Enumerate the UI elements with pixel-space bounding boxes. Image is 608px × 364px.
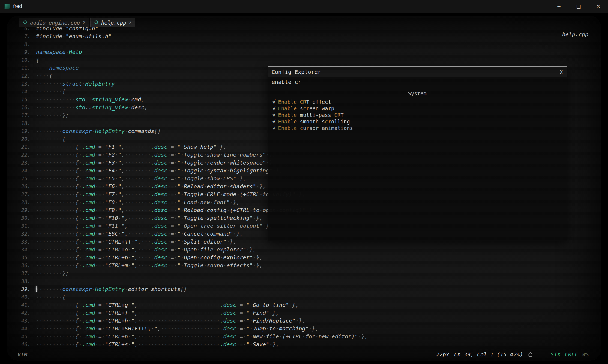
checkmark-icon: √: [272, 125, 275, 131]
minimize-button[interactable]: ─: [549, 0, 569, 13]
line-number: 18.: [11, 119, 36, 127]
code-line[interactable]: 35.············{·.cmd·=·"CTRL+p·",····.d…: [11, 254, 601, 262]
checkmark-icon: √: [272, 119, 275, 125]
config-item-label: Enable cursor animations: [278, 125, 353, 131]
config-item[interactable]: √Enable cursor animations: [270, 125, 564, 131]
code-line[interactable]: 8.: [11, 40, 601, 48]
config-item-label: Enable multi-pass CRT: [278, 112, 343, 118]
line-number: 37.: [11, 269, 36, 277]
tab-label: help.cpp: [101, 20, 126, 26]
status-flag-ws: WS: [582, 351, 589, 358]
cpp-file-icon: [94, 20, 99, 25]
line-number: 42.: [11, 309, 36, 317]
tab-close-icon[interactable]: X: [83, 20, 85, 25]
line-number: 13.: [11, 80, 36, 88]
crt-screen: 6.#include·"config.h"7.#include·"enum-ut…: [7, 16, 601, 361]
tab-label: audio-engine.cpp: [30, 20, 80, 26]
config-list-panel: System √Enable CRT effect√Enable screen …: [270, 89, 564, 238]
code-line[interactable]: 37.········};: [11, 269, 601, 277]
cpp-file-icon: [23, 20, 28, 25]
line-number: 28.: [11, 198, 36, 206]
line-number: 20.: [11, 135, 36, 143]
code-line[interactable]: 43.············{·.cmd·=·"CTRL+h·",······…: [11, 317, 601, 325]
code-line[interactable]: 41.············{·.cmd·=·"CTRL+g·",······…: [11, 301, 601, 309]
code-line[interactable]: 7.#include·"enum-utils.h": [11, 32, 601, 40]
code-line[interactable]: 36.············{·.cmd·=·"CTRL+m·",····.d…: [11, 262, 601, 269]
config-item-label: Enable CRT effect: [278, 99, 331, 105]
close-button[interactable]: ✕: [588, 0, 608, 13]
line-number: 7.: [11, 32, 36, 40]
line-number: 14.: [11, 88, 36, 96]
status-flag-stx: STX: [551, 351, 561, 358]
checkmark-icon: √: [272, 112, 275, 118]
line-number: 35.: [11, 254, 36, 262]
maximize-button[interactable]: □: [569, 0, 588, 13]
config-item[interactable]: √Enable smooth scrolling: [270, 118, 564, 125]
vim-mode-indicator: VIM: [17, 351, 27, 358]
tab-help[interactable]: help.cpp X: [90, 18, 135, 27]
config-search-input[interactable]: [268, 77, 567, 87]
line-number: 24.: [11, 167, 36, 175]
line-number: 40.: [11, 293, 36, 301]
line-number: 21.: [11, 143, 36, 151]
line-number: 30.: [11, 214, 36, 222]
tab-close-icon[interactable]: X: [129, 20, 132, 25]
line-number: 19.: [11, 127, 36, 135]
line-number: 23.: [11, 159, 36, 167]
code-line[interactable]: 44.············{·.cmd·=·"CTRL+SHIFT+\\·"…: [11, 325, 601, 333]
status-bar: VIM 22px Ln 39, Col 1 (15.42%) STXCRLFWS: [7, 350, 601, 359]
popup-title: Config Explorer: [272, 69, 321, 75]
line-number: 27.: [11, 190, 36, 198]
config-item[interactable]: √Enable screen warp: [270, 105, 564, 112]
window-titlebar[interactable]: fred ─ □ ✕: [0, 0, 608, 13]
config-item[interactable]: √Enable CRT effect: [270, 99, 564, 105]
checkmark-icon: √: [272, 105, 275, 111]
code-line[interactable]: 9.namespace·Help: [11, 48, 601, 56]
popup-close-button[interactable]: X: [560, 69, 563, 75]
line-number: 34.: [11, 246, 36, 254]
code-line[interactable]: 10.{: [11, 56, 601, 64]
split-filename-label: help.cpp: [562, 31, 588, 38]
tab-bar: audio-engine.cpp X help.cpp X: [19, 18, 135, 27]
line-number: 15.: [11, 96, 36, 104]
code-line[interactable]: 39.········constexpr·HelpEntry·editor_sh…: [11, 285, 601, 293]
line-number: 39.: [11, 285, 36, 293]
line-number: 16.: [11, 104, 36, 111]
status-flag-crlf: CRLF: [565, 351, 578, 358]
lock-icon: [528, 352, 533, 357]
line-number: 26.: [11, 183, 36, 190]
line-number: 17.: [11, 111, 36, 119]
checkmark-icon: √: [272, 99, 275, 105]
line-number: 9.: [11, 48, 36, 56]
config-explorer-popup: Config Explorer X System √Enable CRT eff…: [268, 66, 567, 241]
code-line[interactable]: 45.············{·.cmd·=·"CTRL+n·",······…: [11, 333, 601, 341]
tab-audio-engine[interactable]: audio-engine.cpp X: [19, 18, 89, 27]
line-number: 33.: [11, 238, 36, 246]
font-size-indicator: 22px: [436, 351, 449, 358]
line-number: 44.: [11, 325, 36, 333]
window-title: fred: [13, 3, 22, 9]
code-line[interactable]: 40.········{: [11, 293, 601, 301]
line-number: 11.: [11, 64, 36, 72]
code-line[interactable]: 34.············{·.cmd·=·"CTRL+o·",····.d…: [11, 246, 601, 254]
config-items: √Enable CRT effect√Enable screen warp√En…: [270, 99, 564, 131]
cursor-position-indicator: Ln 39, Col 1 (15.42%): [454, 351, 523, 358]
code-line[interactable]: 38.: [11, 277, 601, 285]
line-number: 12.: [11, 72, 36, 80]
line-number: 41.: [11, 301, 36, 309]
config-item-label: Enable screen warp: [278, 105, 334, 111]
code-line[interactable]: 46.············{·.cmd·=·"CTRL+s·",······…: [11, 341, 601, 348]
line-number: 46.: [11, 341, 36, 348]
line-number: 31.: [11, 222, 36, 230]
line-number: 45.: [11, 333, 36, 341]
code-line[interactable]: 42.············{·.cmd·=·"CTRL+f·",······…: [11, 309, 601, 317]
line-number: 36.: [11, 262, 36, 269]
line-number: 25.: [11, 175, 36, 183]
config-item[interactable]: √Enable multi-pass CRT: [270, 112, 564, 118]
line-number: 10.: [11, 56, 36, 64]
config-item-label: Enable smooth scrolling: [278, 119, 350, 125]
app-icon: [4, 4, 10, 9]
line-number: 29.: [11, 206, 36, 214]
line-number: 38.: [11, 277, 36, 285]
line-number: 22.: [11, 151, 36, 159]
